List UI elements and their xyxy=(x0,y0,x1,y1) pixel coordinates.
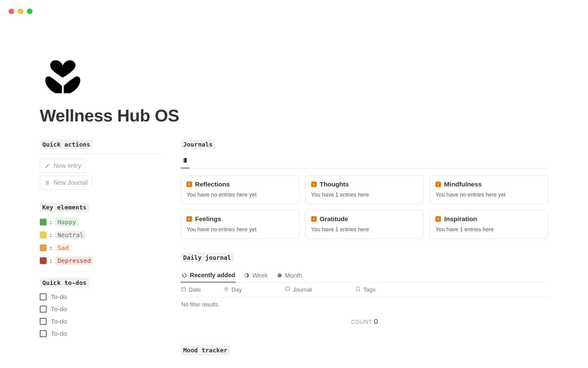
key-element-label: Neutral xyxy=(55,231,86,239)
page-title: Wellness Hub OS xyxy=(40,105,548,125)
journal-card-subtitle: You have no entries here yet xyxy=(187,226,293,233)
daily-journal-empty: No filter results. xyxy=(181,297,548,312)
journals-heading: Journals xyxy=(181,140,215,149)
todo-item[interactable]: To-do xyxy=(40,318,162,325)
window-controls xyxy=(9,9,32,14)
daily-journal-columns: Date Day Journal xyxy=(181,282,548,297)
column-date[interactable]: Date xyxy=(181,286,224,293)
todo-item[interactable]: To-do xyxy=(40,330,162,337)
quick-todos-heading: Quick to-dos xyxy=(40,278,89,288)
journal-card[interactable]: FeelingsYou have no entries here yet xyxy=(181,210,299,239)
key-element-label: Happy xyxy=(55,218,78,226)
notebook-icon xyxy=(182,159,188,164)
journal-card-title: Feelings xyxy=(195,215,221,223)
key-element-label: Depressed xyxy=(55,256,93,265)
todo-label: To-do xyxy=(51,318,67,325)
journal-card[interactable]: ThoughtsYou have 1 entries here xyxy=(305,175,424,204)
tab-label: Recently added xyxy=(190,272,235,279)
full-circle-icon xyxy=(277,272,283,278)
journal-card-subtitle: You have 1 entries here xyxy=(311,192,418,198)
column-tags[interactable]: Tags xyxy=(355,286,548,293)
todo-label: To-do xyxy=(51,330,67,337)
journal-card-title: Inspiration xyxy=(444,215,477,223)
column-journal[interactable]: Journal xyxy=(285,286,355,293)
column-day[interactable]: Day xyxy=(224,286,285,293)
quick-actions-heading: Quick actions xyxy=(40,140,93,149)
daily-journal-tab[interactable]: Week xyxy=(243,269,269,282)
book-icon xyxy=(285,286,290,293)
mood-tracker-section: Mood tracker xyxy=(181,345,548,355)
checkbox-icon[interactable] xyxy=(40,293,47,300)
key-element-row: :Depressed xyxy=(40,256,162,265)
recently-added-icon xyxy=(181,272,187,278)
bookmark-icon xyxy=(355,286,361,293)
color-swatch xyxy=(40,232,47,238)
color-swatch xyxy=(40,219,47,225)
svg-point-8 xyxy=(225,288,227,290)
sun-icon xyxy=(224,286,229,293)
checkbox-icon[interactable] xyxy=(40,330,47,337)
key-elements-section: Key elements :Happy:Neutral:Sad:Depresse… xyxy=(40,202,162,265)
journal-card-title: Thoughts xyxy=(320,181,349,188)
todo-item[interactable]: To-do xyxy=(40,293,162,301)
svg-line-13 xyxy=(225,287,225,288)
daily-journal-tab[interactable]: Month xyxy=(276,269,303,282)
quick-todos-section: Quick to-dos To-doTo-doTo-doTo-do xyxy=(40,278,162,337)
arrow-right-icon xyxy=(187,182,192,187)
window-zoom-button[interactable] xyxy=(27,9,32,14)
half-circle-icon xyxy=(244,272,250,278)
divider xyxy=(40,154,162,154)
svg-point-5 xyxy=(277,273,282,278)
pencil-icon xyxy=(44,163,51,169)
arrow-right-icon xyxy=(435,216,441,222)
journals-tab-gallery[interactable] xyxy=(181,155,189,168)
arrow-right-icon xyxy=(311,182,317,187)
notebook-icon xyxy=(44,180,51,186)
journal-card-title: Mindfulness xyxy=(444,181,482,188)
new-journal-button[interactable]: New Journal xyxy=(40,176,92,190)
quick-actions-section: Quick actions New entry New Journal xyxy=(40,140,162,190)
key-element-label: Sad xyxy=(55,243,71,252)
key-element-row: :Sad xyxy=(40,243,162,252)
arrow-right-icon xyxy=(435,182,441,187)
journal-card[interactable]: MindfulnessYou have no entries here yet xyxy=(430,175,548,204)
tab-label: Week xyxy=(252,272,268,279)
window-minimize-button[interactable] xyxy=(18,9,23,14)
arrow-right-icon xyxy=(311,216,317,222)
journal-card[interactable]: ReflectionsYou have no entries here yet xyxy=(181,175,299,204)
page-hero-icon xyxy=(40,49,548,96)
arrow-right-icon xyxy=(187,216,192,222)
journal-card-subtitle: You have 1 entries here xyxy=(435,226,542,233)
todo-item[interactable]: To-do xyxy=(40,305,162,313)
checkbox-icon[interactable] xyxy=(40,318,47,325)
svg-line-14 xyxy=(228,290,228,291)
checkbox-icon[interactable] xyxy=(40,306,47,312)
daily-journal-section: Daily journal Recently addedWeekMonth Da… xyxy=(181,253,548,331)
svg-rect-1 xyxy=(46,181,47,185)
journal-card-title: Gratitude xyxy=(320,215,348,223)
journals-section: Journals ReflectionsYou have no entries … xyxy=(181,140,548,239)
todo-label: To-do xyxy=(51,293,67,301)
daily-journal-count: COUNT0 xyxy=(181,312,548,331)
tab-label: Month xyxy=(285,272,302,279)
color-swatch xyxy=(40,244,47,251)
new-entry-button[interactable]: New entry xyxy=(40,159,86,173)
key-element-row: :Neutral xyxy=(40,231,162,239)
journal-card[interactable]: InspirationYou have 1 entries here xyxy=(430,210,548,239)
todo-label: To-do xyxy=(51,305,67,313)
daily-journal-tab[interactable]: Recently added xyxy=(181,269,236,282)
svg-rect-3 xyxy=(183,158,184,163)
mood-tracker-heading: Mood tracker xyxy=(181,345,230,355)
journal-card-title: Reflections xyxy=(195,181,230,188)
daily-journal-heading: Daily journal xyxy=(181,253,234,263)
color-swatch xyxy=(40,257,47,264)
journal-card[interactable]: GratitudeYou have 1 entries here xyxy=(305,210,424,239)
window-close-button[interactable] xyxy=(9,9,14,14)
svg-line-16 xyxy=(225,290,225,291)
key-element-row: :Happy xyxy=(40,218,162,226)
svg-line-15 xyxy=(228,287,228,288)
calendar-icon xyxy=(181,286,186,293)
new-journal-label: New Journal xyxy=(54,179,88,186)
journal-card-subtitle: You have 1 entries here xyxy=(311,226,418,233)
new-entry-label: New entry xyxy=(54,162,81,169)
